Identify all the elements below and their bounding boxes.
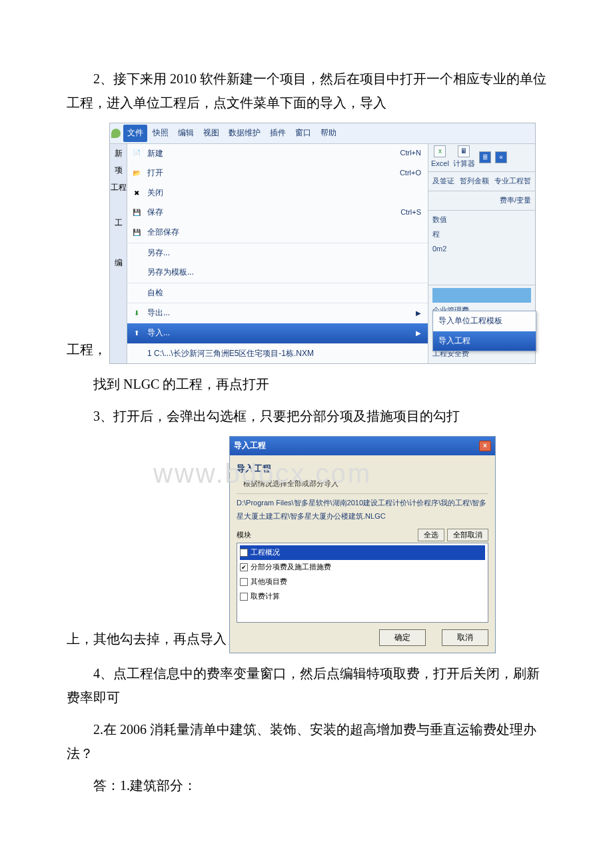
submenu-arrow-icon: ▶ (416, 327, 421, 339)
menu-file[interactable]: 文件 (123, 125, 147, 142)
cancel-button[interactable]: 取消 (442, 629, 488, 646)
module-listbox: 工程概况 ✔ 分部分项费及施工措施费 其他项目费 取费计算 (237, 543, 488, 623)
paragraph-4: 3、打开后，会弹出勾选框，只要把分部分项及措施项目的勾打 (67, 404, 546, 428)
menu-item-saveall[interactable]: 💾 全部保存 (127, 223, 428, 243)
list-item-division[interactable]: ✔ 分部分项费及施工措施费 (240, 560, 485, 575)
sidebar-label: 新 (115, 147, 123, 161)
close-button[interactable]: × (479, 441, 491, 451)
col-m2: 0m2 (432, 243, 531, 256)
file-menu-panel: 📄 新建 Ctrl+N 📂 打开 Ctrl+O ✖ 关闭 💾 (127, 144, 428, 364)
menu-item-new[interactable]: 📄 新建 Ctrl+N (127, 144, 428, 164)
menu-data[interactable]: 数据维护 (225, 125, 265, 142)
menu-label: 全部保存 (147, 225, 421, 240)
save-icon: 💾 (131, 207, 142, 218)
calc-tool[interactable]: 🖩 计算器 (453, 145, 475, 171)
left-sidebar: 新 项 工程 工 编 (110, 144, 127, 364)
tab-special[interactable]: 专业工程暂 (494, 175, 531, 188)
tab-provisional[interactable]: 暂列金额 (460, 175, 489, 188)
import-path-text: D:\Program Files\智多星软件\湖南2010建设工程计价\计价程序… (237, 494, 488, 529)
menu-item-open[interactable]: 📂 打开 Ctrl+O (127, 163, 428, 183)
sidebar-label: 项 (115, 163, 123, 178)
menu-label: 保存 (147, 205, 395, 220)
menu-view[interactable]: 视图 (199, 125, 223, 142)
cancel-all-button[interactable]: 全部取消 (447, 529, 488, 541)
tool-label: Excel (431, 157, 449, 171)
menu-label: 导入... (147, 326, 410, 341)
list-item-label: 其他项目费 (251, 575, 287, 589)
checkbox-icon[interactable] (240, 593, 248, 601)
col-cheng: 程 (432, 228, 531, 241)
sidebar-label: 编 (115, 256, 123, 271)
export-icon: ⬇ (131, 308, 142, 319)
checkbox-icon[interactable] (240, 549, 248, 557)
menu-item-export[interactable]: ⬇ 导出... ▶ (127, 303, 428, 323)
menu-label: 关闭 (147, 186, 421, 201)
excel-icon: x (434, 145, 446, 157)
paragraph-3: 找到 NLGC 的工程，再点打开 (67, 372, 546, 396)
ok-button[interactable]: 确定 (379, 629, 426, 646)
select-all-button[interactable]: 全选 (418, 529, 444, 541)
menu-help[interactable]: 帮助 (316, 125, 340, 142)
menu-item-import[interactable]: ⬆ 导入... ▶ (127, 323, 428, 343)
menu-label: 另存为模板... (147, 265, 421, 280)
list-item-other[interactable]: 其他项目费 (240, 575, 485, 589)
more-icon: ≣ (479, 151, 491, 163)
menu-snapshot[interactable]: 快照 (149, 125, 173, 142)
checkbox-icon[interactable]: ✔ (240, 563, 248, 571)
paragraph-1: 2、接下来用 2010 软件新建一个项目，然后在项目中打开一个相应专业的单位工程… (67, 67, 546, 115)
dialog-title: 导入工程 (234, 439, 266, 453)
menu-plugin[interactable]: 插件 (266, 125, 290, 142)
close-icon: ✖ (131, 188, 142, 199)
figure-file-menu: 文件 快照 编辑 视图 数据维护 插件 窗口 帮助 新 项 工程 工 编 (109, 123, 536, 364)
collapse-icon: « (495, 151, 507, 163)
sidebar-label: 工 (115, 216, 123, 231)
new-icon: 📄 (131, 148, 142, 159)
checkbox-icon[interactable] (240, 578, 248, 586)
paragraph-5-tail: 上，其他勾去掉，再点导入 (67, 627, 227, 653)
tool-label: 计算器 (453, 157, 475, 171)
open-icon: 📂 (131, 168, 142, 179)
dialog-heading: 导入工程 (237, 459, 488, 477)
dialog-subheading: 根据情况选择全部或部分导入 (237, 477, 488, 494)
excel-tool[interactable]: x Excel (431, 145, 449, 171)
more-tool[interactable]: ≣ (479, 151, 491, 163)
menu-label: 打开 (147, 166, 394, 181)
list-item-fee[interactable]: 取费计算 (240, 589, 485, 604)
shortcut-label: Ctrl+O (400, 167, 421, 180)
tab-signvisa[interactable]: 及签证 (432, 175, 454, 188)
list-item[interactable] (432, 288, 531, 303)
menu-item-selfcheck[interactable]: 自检 (127, 283, 428, 303)
paragraph-2-tail: 工程， (67, 337, 107, 364)
list-item-label: 取费计算 (251, 590, 280, 603)
list-item-label: 分部分项费及施工措施费 (251, 561, 331, 574)
import-submenu: 导入单位工程模板 导入工程 (432, 311, 536, 351)
menu-item-saveas[interactable]: 另存... (127, 243, 428, 263)
figure-import-dialog: 导入工程 × 导入工程 根据情况选择全部或部分导入 D:\Program Fil… (229, 436, 496, 653)
paragraph-8: 答：1.建筑部分： (67, 773, 546, 797)
menu-edit[interactable]: 编辑 (174, 125, 198, 142)
collapse-tool[interactable]: « (495, 151, 507, 163)
submenu-arrow-icon: ▶ (416, 307, 421, 319)
rate-var-link[interactable]: 费率/变量 (500, 196, 531, 204)
menu-label: 新建 (147, 147, 395, 161)
menu-item-saveastpl[interactable]: 另存为模板... (127, 263, 428, 283)
list-item-label: 工程概况 (251, 546, 280, 559)
saveall-icon: 💾 (131, 227, 142, 238)
calculator-icon: 🖩 (458, 145, 470, 157)
menu-label: 自检 (147, 286, 421, 301)
menu-item-save[interactable]: 💾 保存 Ctrl+S (127, 203, 428, 223)
menu-window[interactable]: 窗口 (291, 125, 315, 142)
list-item-overview[interactable]: 工程概况 (240, 545, 485, 560)
submenu-item-template[interactable]: 导入单位工程模板 (433, 311, 536, 331)
submenu-item-project[interactable]: 导入工程 (433, 331, 536, 351)
app-logo-icon (111, 129, 121, 138)
dialog-titlebar: 导入工程 × (230, 437, 495, 455)
paragraph-6: 4、点工程信息中的费率变量窗口，然后点编辑特项取费，打开后关闭，刷新费率即可 (67, 661, 546, 709)
menu-label: 1 C:\...\长沙新河三角洲E5区住宅项目-1栋.NXM (147, 347, 421, 361)
col-value: 数值 (432, 213, 531, 227)
menu-item-close[interactable]: ✖ 关闭 (127, 183, 428, 203)
menu-item-recent[interactable]: 1 C:\...\长沙新河三角洲E5区住宅项目-1栋.NXM (127, 343, 428, 364)
sidebar-label: 工程 (111, 181, 127, 195)
shortcut-label: Ctrl+N (400, 147, 421, 160)
module-label: 模块 (237, 529, 251, 542)
